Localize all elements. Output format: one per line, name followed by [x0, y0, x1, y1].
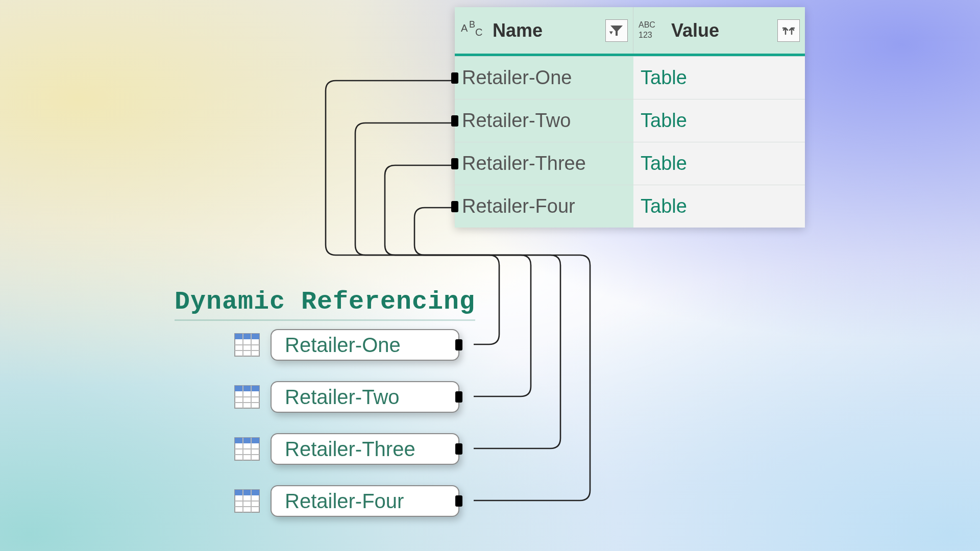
output-port-icon [455, 495, 462, 507]
input-port-icon [451, 72, 458, 84]
cell-name-text: Retailer-Four [462, 195, 575, 217]
query-node[interactable]: Retailer-Four [234, 485, 459, 517]
table-row: Retailer-Four Table [455, 185, 805, 228]
result-table: A B C Name [455, 7, 805, 228]
filter-button[interactable] [605, 19, 628, 42]
table-icon [234, 384, 260, 410]
cell-name[interactable]: Retailer-Three [455, 142, 633, 185]
section-heading: Dynamic Referencing [175, 287, 475, 321]
cell-value-text: Table [641, 110, 687, 132]
column-header-name[interactable]: A B C Name [455, 7, 633, 54]
cell-value-text: Table [641, 153, 687, 174]
svg-text:ABC: ABC [639, 20, 655, 29]
cell-value-text: Table [641, 67, 687, 89]
input-port-icon [451, 115, 458, 127]
query-pill[interactable]: Retailer-Two [271, 381, 459, 413]
svg-rect-13 [235, 386, 259, 391]
cell-name-text: Retailer-Two [462, 110, 571, 132]
svg-rect-7 [235, 334, 259, 339]
expand-button[interactable] [777, 19, 800, 42]
output-port-icon [455, 443, 462, 455]
svg-text:A: A [461, 22, 468, 34]
cell-value[interactable]: Table [633, 142, 805, 185]
table-row: Retailer-Two Table [455, 99, 805, 142]
cell-value[interactable]: Table [633, 185, 805, 228]
diagram-canvas: A B C Name [0, 0, 980, 551]
text-type-icon: A B C [459, 19, 485, 42]
table-row: Retailer-Three Table [455, 142, 805, 185]
query-label: Retailer-One [285, 334, 401, 357]
query-node[interactable]: Retailer-Three [234, 433, 459, 465]
query-label: Retailer-Four [285, 490, 404, 513]
table-icon [234, 436, 260, 462]
cell-value[interactable]: Table [633, 99, 805, 142]
cell-name-text: Retailer-One [462, 67, 572, 89]
table-row: Retailer-One Table [455, 56, 805, 99]
input-port-icon [451, 201, 458, 212]
query-pill[interactable]: Retailer-One [271, 329, 459, 361]
svg-rect-19 [235, 438, 259, 443]
output-port-icon [455, 391, 462, 403]
svg-rect-25 [235, 490, 259, 495]
query-node[interactable]: Retailer-Two [234, 381, 459, 413]
input-port-icon [451, 158, 458, 169]
table-icon [234, 488, 260, 514]
svg-text:C: C [475, 27, 482, 38]
svg-text:123: 123 [639, 31, 652, 39]
query-pill[interactable]: Retailer-Four [271, 485, 459, 517]
cell-name-text: Retailer-Three [462, 153, 586, 174]
cell-value[interactable]: Table [633, 57, 805, 99]
table-header: A B C Name [455, 7, 805, 56]
cell-value-text: Table [641, 195, 687, 217]
query-label: Retailer-Three [285, 438, 415, 461]
svg-text:B: B [469, 19, 475, 30]
column-value-label: Value [671, 20, 719, 41]
any-type-icon: ABC 123 [638, 19, 664, 42]
output-port-icon [455, 339, 462, 350]
cell-name[interactable]: Retailer-One [455, 57, 633, 99]
column-name-label: Name [493, 20, 543, 41]
cell-name[interactable]: Retailer-Two [455, 99, 633, 142]
query-node[interactable]: Retailer-One [234, 329, 459, 361]
table-icon [234, 332, 260, 358]
column-header-value[interactable]: ABC 123 Value [633, 7, 805, 54]
cell-name[interactable]: Retailer-Four [455, 185, 633, 228]
svg-marker-3 [609, 32, 613, 35]
query-pill[interactable]: Retailer-Three [271, 433, 459, 465]
query-label: Retailer-Two [285, 386, 400, 409]
